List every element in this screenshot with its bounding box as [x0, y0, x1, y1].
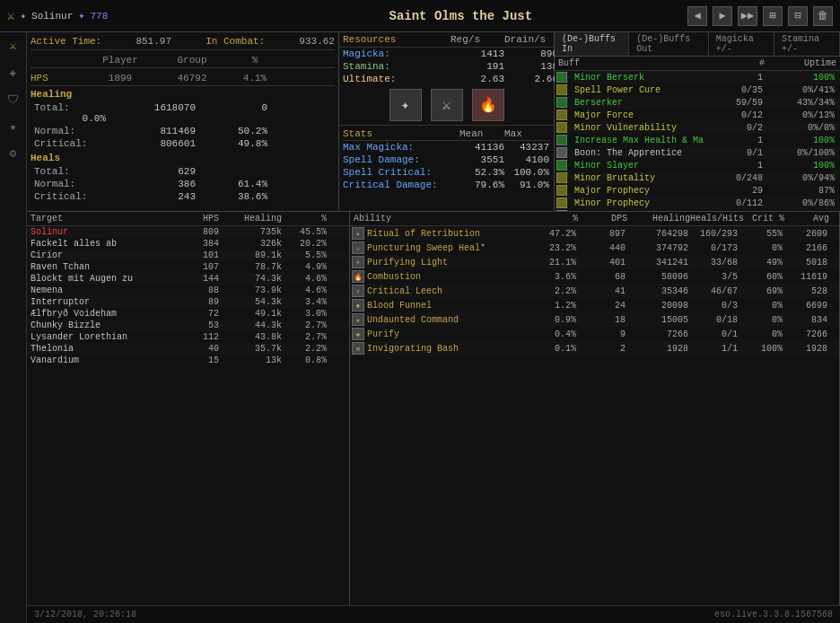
ability-healing: 58096	[626, 272, 688, 282]
buff-count: 0/248	[718, 173, 763, 183]
sidebar-icon-settings[interactable]: ⚙	[4, 144, 23, 163]
ability-pct: 1.2%	[531, 301, 576, 311]
buff-count: 0/1	[718, 148, 763, 158]
sidebar-icon-star[interactable]: ★	[4, 117, 23, 136]
buff-row: Minor Slayer 1 100%	[555, 159, 840, 171]
stamina-row: Stamina: 191 138	[339, 60, 554, 73]
target-hps: 112	[165, 332, 219, 342]
delete-button[interactable]: 🗑	[813, 6, 833, 26]
ability-max: 3446	[827, 243, 840, 253]
heals-total-label: Total:	[34, 166, 106, 177]
total-label: Total:	[34, 102, 106, 113]
target-name: Raven Tchan	[31, 262, 165, 272]
target-row: Cirior 101 89.1k 5.5%	[27, 250, 349, 261]
ability-avg: 5018	[783, 258, 827, 268]
buff-count: 59/59	[718, 98, 763, 108]
stats-header: Active Time: 851.97 In Combat: 933.62	[31, 36, 335, 50]
ability-crit: 0%	[738, 301, 783, 311]
target-hps: 88	[165, 285, 219, 295]
char-info: ⚔ ✦ Solinur ✦ 778	[7, 8, 234, 23]
ability-name: ✦ Ritual of Retribution	[352, 227, 531, 240]
ability-hits: 0/173	[688, 243, 738, 253]
panel-buffs: (De-)Buffs In (De-)Buffs Out Magicka +/-…	[555, 32, 840, 211]
bottom-row: Target HPS Healing % Solinur 809 735k 45…	[27, 212, 840, 605]
ability-crit: 69%	[738, 286, 783, 296]
skip-button[interactable]: ▶▶	[738, 6, 757, 26]
stats-row: Max Magicka:4113643237	[343, 141, 550, 154]
active-time-label: Active Time:	[31, 36, 101, 47]
ability-healing: 7266	[626, 329, 688, 339]
ability-icon: 🔥	[352, 270, 364, 283]
buff-uptime: 0%/85%	[763, 211, 835, 212]
sidebar-icon-add[interactable]: ✚	[4, 63, 23, 83]
ability-row: ♦ Blood Funnel 1.2% 24 20098 0/3 0% 6699…	[350, 298, 839, 312]
target-healing: 735k	[219, 227, 282, 237]
stats-rows: Max Magicka:4113643237Spell Damage:35514…	[343, 141, 550, 191]
buff-col-count: #	[720, 58, 765, 68]
target-healing: 78.7k	[219, 262, 282, 272]
ability-dps: 9	[576, 329, 626, 339]
buff-col-uptime: Uptime	[765, 58, 836, 68]
target-hps: 101	[165, 250, 219, 260]
target-row: Fackelt alles ab 384 326k 20.2%	[27, 238, 349, 250]
panel-targets: Target HPS Healing % Solinur 809 735k 45…	[27, 212, 350, 605]
ability-healing: 35346	[626, 286, 688, 296]
ability-row: ⚔ Puncturing Sweep Heal* 23.2% 440 37479…	[350, 241, 839, 255]
target-row: Chunky Bizzle 53 44.3k 2.7%	[27, 320, 349, 331]
target-pct: 5.5%	[282, 250, 327, 260]
ability-pct: 0.4%	[531, 329, 576, 339]
ability-name: ⚡ Critical Leech	[352, 285, 531, 297]
target-col-hps: HPS	[165, 214, 219, 224]
sidebar-icon-main[interactable]: ⚔	[4, 36, 23, 56]
add-button[interactable]: ⊞	[763, 6, 783, 26]
heals-title: Heals	[31, 153, 335, 163]
tab-stamina[interactable]: Stamina +/-	[774, 32, 840, 56]
sidebar-icon-shield[interactable]: 🛡	[4, 90, 23, 110]
ability-icon: ◈	[352, 328, 364, 340]
target-col-name: Target	[31, 214, 165, 224]
tab-debuffs-out[interactable]: (De-)Buffs Out	[629, 32, 708, 56]
buff-name: Minor Berserk	[574, 73, 718, 83]
target-name: Chunky Bizzle	[31, 320, 165, 330]
drain-label: Drain/s	[504, 34, 558, 45]
window-title: Saint Olms the Just	[234, 9, 687, 23]
ability-crit: 100%	[738, 344, 783, 354]
skill-icon-2: ⚔	[431, 89, 463, 121]
healing-total-row: Total: 1618070 0 0.0%	[31, 101, 335, 125]
ability-row: ✦ Ritual of Retribution 47.2% 897 764298…	[350, 226, 839, 241]
in-combat-label: In Combat:	[206, 36, 265, 47]
player-col-label: Player	[84, 55, 156, 66]
buff-col-name: Buff	[558, 58, 720, 68]
cp-value: 778	[91, 11, 109, 22]
ability-max: 7266	[827, 329, 840, 339]
buffs-col-header: Buff # Uptime	[555, 57, 840, 71]
critical-player: 806601	[106, 138, 196, 149]
target-pct: 4.9%	[282, 262, 327, 272]
hps-pct-val: 4.1%	[228, 73, 282, 83]
buff-row: Spell Power Cure 0/35 0%/41%	[555, 83, 840, 96]
buff-name: Boon: The Apprentice	[574, 148, 718, 158]
ability-hits: 3/5	[688, 272, 738, 282]
prev-button[interactable]: ◀	[687, 6, 707, 26]
ability-avg: 2166	[783, 243, 827, 253]
healing-title: Healing	[31, 89, 335, 100]
buff-indicator	[556, 210, 567, 211]
next-button[interactable]: ▶	[713, 6, 732, 26]
tab-magicka[interactable]: Magicka +/-	[709, 32, 774, 56]
hps-label: HPS	[31, 73, 84, 83]
buff-count: 0/112	[718, 198, 763, 208]
ability-col-name: Ability	[354, 214, 533, 224]
target-row: Solinur 809 735k 45.5%	[27, 226, 349, 238]
target-healing: 74.3k	[219, 274, 282, 284]
buff-row: Boon: The Apprentice 0/1 0%/100%	[555, 146, 840, 159]
target-healing: 89.1k	[219, 250, 282, 260]
buff-uptime: 100%	[763, 161, 835, 171]
target-healing: 13k	[219, 355, 282, 365]
buff-count: 0/35	[718, 85, 763, 95]
buff-indicator	[556, 135, 567, 145]
target-row: Raven Tchan 107 78.7k 4.9%	[27, 261, 349, 273]
reg-label: Reg/s	[451, 34, 504, 45]
target-name: Interruptor	[31, 297, 165, 307]
remove-button[interactable]: ⊟	[788, 6, 808, 26]
tab-debuffs-in[interactable]: (De-)Buffs In	[555, 32, 629, 56]
